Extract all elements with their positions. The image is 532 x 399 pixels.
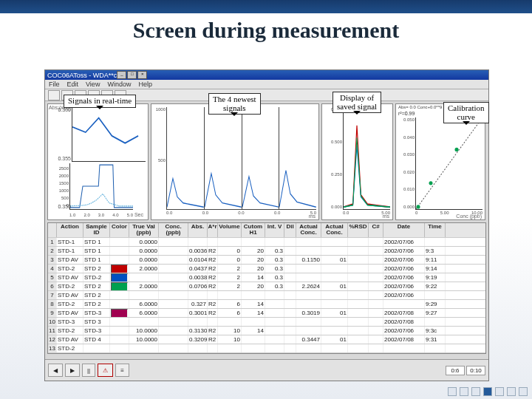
statusbar-button-warn[interactable]: ⚠ <box>98 364 113 377</box>
menu-edit[interactable]: Edit <box>67 81 79 88</box>
callout-realtime: Signals in real-time <box>64 95 136 108</box>
menu-file[interactable]: File <box>49 81 60 88</box>
cal-xlabel: Conc (ppb) <box>456 214 482 219</box>
table-row[interactable]: 1STD-1STD 10.00002002/07/06 <box>48 238 485 247</box>
cal-r2: r²=0.99 <box>398 111 415 116</box>
statusbar-button-list[interactable]: ≡ <box>115 364 129 377</box>
table-row[interactable]: 3STD AVSTD 10.00000.0104R20200.30.115001… <box>48 256 485 265</box>
menubar: File Edit View Window Help <box>45 80 488 89</box>
callout-newest: The 4 newestsignals <box>208 93 261 115</box>
table-row[interactable]: 13STD-2 <box>48 344 485 353</box>
cal-subtitle: Abs= 0.0 Conc+0.0**9 <box>398 105 442 109</box>
slide-title: Screen during measurement <box>0 18 532 43</box>
table-row[interactable]: 9STD AVSTD-36.00000.3001R26140.301901200… <box>48 309 485 318</box>
svg-point-3 <box>455 148 459 151</box>
table-row[interactable]: 6STD-2STD 22.00000.0706R22200.32.2624012… <box>48 282 485 291</box>
toolbar-button-1[interactable] <box>48 90 60 100</box>
menu-view[interactable]: View <box>86 81 100 88</box>
callout-cal: Calibrationcurve <box>443 102 489 123</box>
app-titlebar[interactable]: COC06AToss - WDA**c _ □ × <box>45 70 488 80</box>
pager-dot[interactable] <box>495 387 504 396</box>
menu-window[interactable]: Window <box>107 81 131 88</box>
pager-dot[interactable] <box>507 387 516 396</box>
pager-2[interactable]: 0:10 <box>466 366 485 375</box>
pager-1[interactable]: 0:6 <box>446 366 465 375</box>
saved-signal-panel: 0.7500.5000.2500.000 0.05.00 ms <box>321 103 393 220</box>
status-bar: ◀ ▶ || ⚠ ≡ 0:6 0:10 <box>45 359 488 381</box>
table-row[interactable]: 8STD-2STD 26.00000.327R26149:29 <box>48 300 485 309</box>
table-row[interactable]: 7STD AVSTD 22002/07/06 <box>48 291 485 300</box>
statusbar-button-next[interactable]: ▶ <box>65 364 80 377</box>
statusbar-button-prev[interactable]: ◀ <box>48 364 63 377</box>
pager-dot[interactable] <box>471 387 480 396</box>
pager-dot[interactable] <box>448 387 457 396</box>
svg-point-1 <box>417 205 420 208</box>
app-title-text: COC06AToss - WDA**c <box>47 72 117 79</box>
close-button[interactable]: × <box>137 71 147 79</box>
table-row[interactable]: 12STD AVSTD 410.00000.3209R2100.34470120… <box>48 335 485 344</box>
minimize-button[interactable]: _ <box>117 71 126 79</box>
menu-help[interactable]: Help <box>138 81 152 88</box>
plots-row: Abs:(x10) 0.3600.3550.350 25002000150010… <box>45 101 488 220</box>
maximize-button[interactable]: □ <box>127 71 137 79</box>
results-table[interactable]: ActionSample IDColorTrue Val (ppb)Conc. … <box>47 222 486 354</box>
temp-xlabel: Sec <box>134 212 143 217</box>
statusbar-button-pause[interactable]: || <box>82 364 95 377</box>
svg-point-2 <box>429 181 433 185</box>
pager-dot[interactable] <box>460 387 468 396</box>
newest-signals-panel: 1000500 0.00.00.00.05.0 ms <box>151 103 319 220</box>
table-row[interactable]: 4STD-2STD 22.00000.0437R22200.32002/07/0… <box>48 265 485 273</box>
table-row[interactable]: 5STD AVSTD-20.0038R22140.32002/07/069:19 <box>48 273 485 282</box>
table-header: ActionSample IDColorTrue Val (ppb)Conc. … <box>48 223 485 238</box>
pager-dot[interactable] <box>519 387 528 396</box>
table-row[interactable]: 2STD-1STD 10.00000.0036R20200.32002/07/0… <box>48 247 485 256</box>
slide-pager <box>448 387 528 396</box>
svg-line-0 <box>416 117 482 209</box>
table-row[interactable]: 11STD-2STD-310.00000.3130R210142002/07/0… <box>48 327 485 335</box>
realtime-line <box>72 107 146 161</box>
app-window: COC06AToss - WDA**c _ □ × File Edit View… <box>44 69 489 381</box>
temp-chart: 25002000150010005000 1.02.03.04.05.0 Sec <box>49 163 146 218</box>
pager-dot-current[interactable] <box>483 387 492 396</box>
slide-top-bar <box>0 0 532 13</box>
callout-saved: Display ofsaved signal <box>332 92 381 113</box>
realtime-signal-panel: Abs:(x10) 0.3600.3550.350 25002000150010… <box>47 103 149 220</box>
table-row[interactable]: 10STD-3STD 32002/07/08 <box>48 318 485 327</box>
